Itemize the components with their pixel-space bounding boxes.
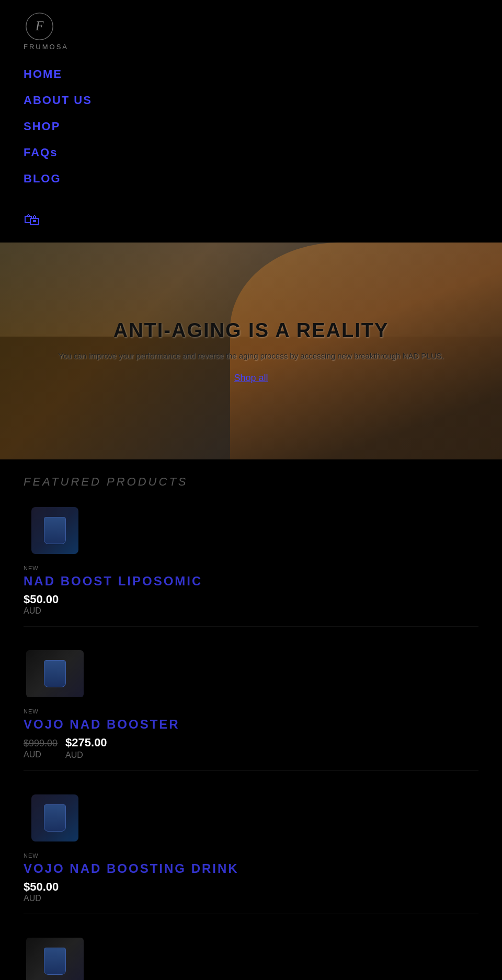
nav-about[interactable]: ABOUT US — [24, 87, 478, 113]
hero-title: ANTI-AGING IS A REALITY — [50, 319, 452, 341]
product-currency-3: AUD — [24, 894, 478, 903]
logo-icon[interactable]: F — [24, 10, 55, 42]
product-image-1[interactable] — [24, 504, 86, 557]
svg-text:F: F — [35, 18, 43, 33]
product-price-3: $50.00 AUD — [24, 880, 478, 903]
products-section-title: FEATURED PRODUCTS — [24, 475, 478, 489]
product-badge-1: New — [24, 565, 39, 571]
product-currency-original-2: AUD — [24, 750, 58, 759]
product-badge-3: New — [24, 852, 39, 859]
nav-home[interactable]: HOME — [24, 61, 478, 87]
nav-shop[interactable]: SHOP — [24, 113, 478, 140]
nav-links: HOME ABOUT US SHOP FAQs BLOG — [24, 61, 478, 192]
cart-area: 🛍 — [24, 207, 478, 232]
product-card-4: New VOJO NAD BOOSTER 8 BOTTLES PACKAGE $… — [24, 935, 478, 980]
product-price-original-2: $999.00 — [24, 738, 58, 749]
product-original-price-2: $999.00 AUD — [24, 738, 58, 759]
cart-icon[interactable]: 🛍 — [24, 210, 40, 229]
product-currency-1: AUD — [24, 606, 478, 616]
product-name-1[interactable]: NAD BOOST LIPOSOMIC — [24, 574, 478, 589]
product-thumb-2 — [26, 650, 84, 697]
product-card-1: New NAD BOOST LIPOSOMIC $50.00 AUD — [24, 504, 478, 627]
products-section: FEATURED PRODUCTS New NAD BOOST LIPOSOMI… — [0, 459, 502, 980]
product-name-3[interactable]: VOJO NAD BOOSTING DRINK — [24, 861, 478, 876]
product-image-4[interactable] — [24, 935, 86, 980]
product-currency-sale-2: AUD — [65, 751, 107, 760]
product-badge-2: New — [24, 708, 39, 714]
hero-content: ANTI-AGING IS A REALITY You can improve … — [50, 319, 452, 383]
product-price-sale-2: $275.00 — [65, 736, 107, 750]
navigation: F FRUMOSA HOME ABOUT US SHOP FAQs BLOG 🛍 — [0, 0, 502, 243]
product-price-1: $50.00 AUD — [24, 593, 478, 616]
product-card-3: New VOJO NAD BOOSTING DRINK $50.00 AUD — [24, 792, 478, 914]
hero-cta-button[interactable]: Shop all — [234, 372, 268, 383]
product-thumb-4 — [26, 938, 84, 980]
product-image-2[interactable] — [24, 648, 86, 700]
product-card-2: New VOJO NAD BOOSTER $999.00 AUD $275.00… — [24, 648, 478, 771]
logo-area: F FRUMOSA — [24, 10, 478, 51]
product-price-main-1: $50.00 — [24, 593, 478, 606]
hero-subtitle: You can improve your performance and rev… — [50, 349, 452, 362]
product-price-main-3: $50.00 — [24, 880, 478, 894]
product-thumb-1 — [31, 507, 78, 554]
product-name-2[interactable]: VOJO NAD BOOSTER — [24, 717, 478, 732]
product-thumb-3 — [31, 794, 78, 841]
nav-blog[interactable]: BLOG — [24, 166, 478, 192]
nav-faqs[interactable]: FAQs — [24, 140, 478, 166]
product-sale-price-2: $275.00 AUD — [65, 736, 107, 760]
product-price-row-2: $999.00 AUD $275.00 AUD — [24, 736, 478, 760]
product-image-3[interactable] — [24, 792, 86, 844]
brand-name: FRUMOSA — [24, 43, 69, 51]
hero-section: ANTI-AGING IS A REALITY You can improve … — [0, 243, 502, 459]
